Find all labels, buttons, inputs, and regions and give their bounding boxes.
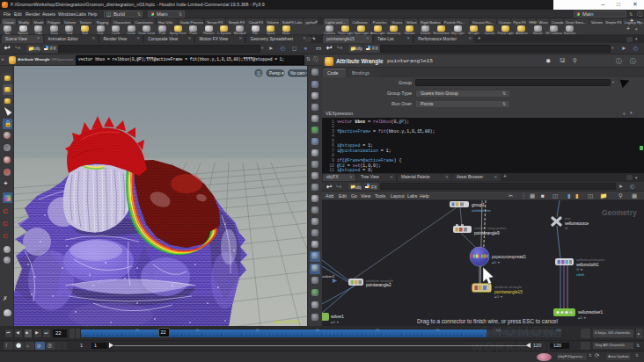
svg-text:▴⊙ ▾: ▴⊙ ▾ [331,320,340,324]
svg-text:attribdelete: attribdelete [472,208,491,213]
svg-text:⚿: ⚿ [257,71,261,76]
svg-text:group1: group1 [472,203,485,207]
svg-text:▴⊙ ▾: ▴⊙ ▾ [578,315,587,320]
svg-text:pointwrangle2: pointwrangle2 [366,283,392,287]
svg-text:⊙: ⊙ [565,226,568,230]
svg-text:⊙ ●: ⊙ ● [576,267,583,272]
svg-text:auto-C22:240: auto-C22:240 [274,320,299,324]
svg-text:pointwrangle15: pointwrangle15 [494,290,523,294]
svg-text:▴⊙ ▾: ▴⊙ ▾ [494,294,503,299]
svg-text:vellumsource: vellumsource [565,221,589,226]
svg-text:attribute wrangle: attribute wrangle [494,285,523,289]
svg-text:Persp ▾: Persp ▾ [269,71,284,76]
svg-text:solver2: solver2 [322,274,335,279]
svg-text:vellumsolver1: vellumsolver1 [578,310,604,315]
svg-text:solver1: solver1 [331,315,344,319]
svg-text:No cam ▾: No cam ▾ [290,71,307,76]
svg-text:popsourcespread1: popsourcespread1 [492,255,526,259]
svg-text:Geometry: Geometry [602,208,637,217]
svg-text:cloth: cloth [576,272,585,277]
svg-text:▴⊙ ▾: ▴⊙ ▾ [492,260,501,264]
svg-text:pointwrangle9: pointwrangle9 [474,231,500,235]
svg-text:attribute wrangle: attribute wrangle [366,279,394,283]
svg-text:remove stray points: remove stray points [474,226,507,230]
svg-text:test: test [565,216,571,221]
svg-text:vellumcloth1: vellumcloth1 [576,263,599,267]
svg-text:vellumconstraints: vellumconstraints [576,257,604,262]
